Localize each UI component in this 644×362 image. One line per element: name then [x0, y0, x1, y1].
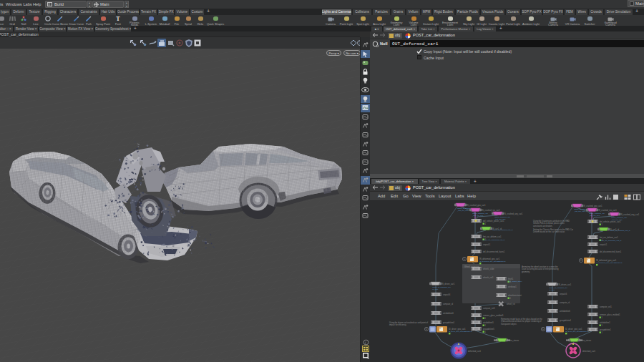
svg-text:constraints are broken.: constraints are broken. [533, 225, 553, 228]
svg-text:wheel_rot: wheel_rot [507, 303, 515, 305]
svg-text:@disconnected attribute for pr: @disconnected attribute for proper rende… [501, 320, 542, 323]
svg-text:ID_driver_geo_car1: ID_driver_geo_car1 [449, 328, 466, 331]
svg-text:IN_driven_car1: IN_driven_car1 [441, 283, 455, 285]
svg-text:attribdelete6: attribdelete6 [560, 310, 570, 313]
svg-text:fmt_car_deform_car1: fmt_car_deform_car1 [600, 236, 618, 239]
svg-text:Using the Quaternions attribut: Using the Quaternions attribute in the R… [533, 220, 570, 222]
svg-text:del_vehicle_pieces_car1: del_vehicle_pieces_car1 [600, 220, 621, 223]
svg-text:geometry.: geometry. [522, 270, 530, 273]
svg-text:attribvop1: attribvop1 [508, 285, 517, 288]
svg-text:unpack1: unpack1 [483, 243, 491, 246]
svg-text:Setting the Chassis Rest group: Setting the Chassis Rest group to the RB… [533, 228, 573, 231]
svg-text:i: i [365, 341, 366, 345]
svg-text:IN_crashed_geo_car1: IN_crashed_geo_car1 [583, 205, 602, 207]
svg-text:del_disconnected_faces1: del_disconnected_faces1 [600, 250, 622, 253]
svg-text:fmt_car_deform_car1: fmt_car_deform_car1 [483, 235, 502, 238]
svg-text:Removing inside faces of the g: Removing inside faces of the glass based… [501, 318, 542, 321]
svg-text:issue occurring because of int: issue occurring because of interpenetrat… [522, 268, 559, 270]
svg-text:remove_glass_molded1: remove_glass_molded1 [600, 313, 620, 316]
svg-text:compute_vel1: compute_vel1 [483, 307, 495, 310]
svg-text:IN_deformed_geo_car1: IN_deformed_geo_car1 [479, 258, 500, 260]
svg-text:groupdelete5: groupdelete5 [483, 328, 494, 331]
svg-text:remove_glass_molded1: remove_glass_molded1 [483, 314, 504, 317]
svg-text:Using the driven car/crashed c: Using the driven car/crashed car until p… [389, 321, 428, 324]
svg-text:impact for efficiency.: impact for efficiency. [389, 323, 406, 326]
svg-text:transparent object.: transparent object. [501, 323, 517, 326]
svg-text:unpack1: unpack1 [600, 243, 608, 246]
svg-text:attribdelete6: attribdelete6 [443, 312, 454, 315]
svg-text:compute_vel1: compute_vel1 [600, 305, 612, 308]
svg-text:IN_crashed_any_car1: IN_crashed_any_car1 [504, 212, 523, 215]
svg-text:attribdelete5: attribdelete5 [483, 321, 494, 324]
svg-text:compute_id: compute_id [560, 301, 570, 304]
svg-text:unpack6: unpack6 [443, 293, 451, 296]
svg-text:IN_crashed_geo_car1: IN_crashed_geo_car1 [467, 204, 486, 207]
svg-text:groupdelete4: groupdelete4 [443, 321, 454, 324]
svg-text:unpack6: unpack6 [560, 293, 567, 295]
svg-text:groupdelete4: groupdelete4 [560, 319, 571, 322]
svg-text:Vehicle Pieces to break pieces: Vehicle Pieces to break pieces when [533, 222, 565, 225]
svg-text:IN_crashed_res_car1: IN_crashed_res_car1 [598, 209, 617, 212]
svg-text:del_disconnected_faces1: del_disconnected_faces1 [483, 250, 505, 253]
svg-text:del_vehicle_pieces_car1: del_vehicle_pieces_car1 [483, 220, 504, 222]
svg-text:IN_crashed_any_car1: IN_crashed_any_car1 [620, 213, 640, 216]
svg-text:IN_driven_car1: IN_driven_car1 [558, 283, 572, 286]
svg-text:wheelconstraint: wheelconstraint [508, 294, 522, 297]
svg-text:IN_deformed_geo_car1: IN_deformed_geo_car1 [596, 259, 617, 262]
svg-text:Animating the wheel position t: Animating the wheel position to screen t… [522, 265, 558, 268]
svg-text:Deform based on the car index: Deform based on the car index value. [533, 230, 565, 233]
svg-text:ID_driver_geo_car1: ID_driver_geo_car1 [565, 328, 582, 331]
svg-text:IN_crashed_res_car1: IN_crashed_res_car1 [482, 209, 500, 212]
svg-text:wheels_rot1: wheels_rot1 [483, 276, 494, 279]
svg-text:deformed_car1: deformed_car1 [468, 350, 482, 353]
svg-text:deformed_car1: deformed_car1 [582, 350, 596, 353]
svg-text:wheels_slide: wheels_slide [483, 268, 494, 270]
svg-text:groupdelete1: groupdelete1 [600, 328, 611, 331]
svg-text:compute_id: compute_id [443, 303, 453, 305]
svg-text:attribdelete1: attribdelete1 [600, 321, 610, 324]
